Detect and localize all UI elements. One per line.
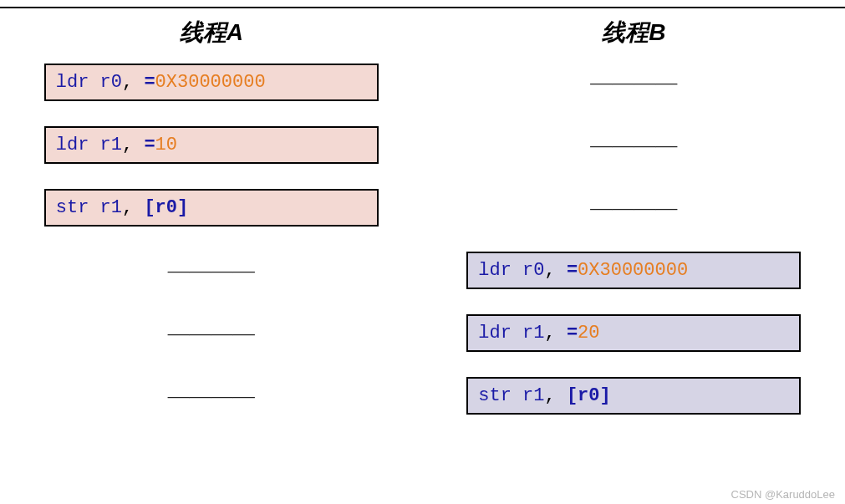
column-a-title: 线程A [180, 17, 243, 48]
literal: 20 [578, 323, 599, 344]
equals: = [144, 135, 155, 155]
a-step-5: ———— [0, 314, 423, 352]
a-step-6: ———— [0, 377, 423, 415]
b-step-5: ldr r1, = 20 [423, 314, 846, 352]
register: r0 [522, 260, 544, 281]
bracketed-arg: [r0] [567, 385, 611, 406]
idle-dash: ———— [590, 133, 677, 158]
comma: , [122, 72, 144, 93]
watermark: CSDN @KaruddoLee [731, 488, 835, 501]
code-b-line2: ldr r1, = 20 [466, 314, 801, 352]
code-a-line2: ldr r1, = 10 [44, 126, 379, 164]
equals: = [567, 323, 578, 344]
literal: 0X30000000 [155, 72, 266, 93]
mnemonic: ldr [478, 260, 512, 281]
comma: , [122, 197, 144, 218]
comma: , [544, 260, 566, 281]
b-step-6: str r1, [r0] [423, 377, 846, 415]
idle-dash: ———— [168, 384, 255, 409]
idle-dash: ———— [590, 196, 677, 221]
code-b-line3: str r1, [r0] [466, 377, 801, 415]
mnemonic: ldr [478, 323, 512, 344]
code-a-line3: str r1, [r0] [44, 189, 379, 227]
register: r1 [100, 135, 122, 155]
b-step-3: ———— [423, 189, 846, 227]
comma: , [544, 323, 566, 344]
mnemonic: str [56, 197, 89, 218]
mnemonic: str [478, 385, 512, 406]
register: r1 [522, 385, 544, 406]
comma: , [122, 135, 144, 155]
a-step-1: ldr r0, =0X30000000 [0, 64, 423, 101]
idle-dash: ———— [590, 70, 677, 95]
idle-dash: ———— [168, 321, 255, 346]
equals: = [567, 260, 578, 281]
a-step-4: ———— [0, 252, 423, 289]
column-thread-b: 线程B ———— ———— ———— ldr r0, =0X30000000 l… [423, 17, 846, 440]
a-step-2: ldr r1, = 10 [0, 126, 423, 164]
register: r1 [100, 197, 122, 218]
idle-dash: ———— [168, 258, 255, 283]
register: r1 [522, 323, 544, 344]
mnemonic: ldr [56, 135, 89, 155]
diagram-container: 线程A ldr r0, =0X30000000 ldr r1, = 10 str… [0, 0, 845, 440]
column-thread-a: 线程A ldr r0, =0X30000000 ldr r1, = 10 str… [0, 17, 423, 440]
mnemonic: ldr [56, 72, 89, 93]
comma: , [544, 385, 566, 406]
bracketed-arg: [r0] [144, 197, 188, 218]
b-step-2: ———— [423, 126, 846, 164]
code-a-line1: ldr r0, =0X30000000 [44, 64, 379, 101]
a-step-3: str r1, [r0] [0, 189, 423, 227]
b-step-4: ldr r0, =0X30000000 [423, 252, 846, 289]
register: r0 [100, 72, 122, 93]
literal: 0X30000000 [578, 260, 688, 281]
literal: 10 [155, 135, 177, 155]
code-b-line1: ldr r0, =0X30000000 [466, 252, 801, 289]
equals: = [144, 72, 155, 93]
column-b-title: 线程B [602, 17, 665, 48]
horizontal-rule [0, 7, 845, 8]
b-step-1: ———— [423, 64, 846, 101]
